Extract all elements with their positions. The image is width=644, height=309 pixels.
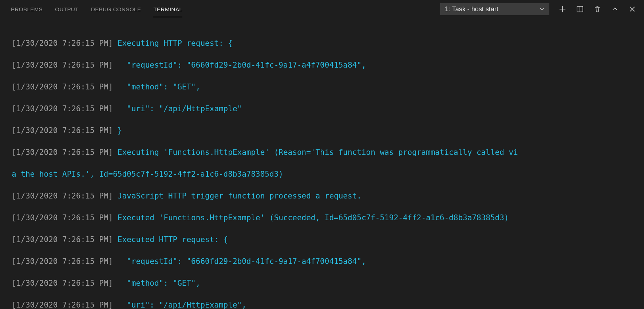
log-line: [1/30/2020 7:26:15 PM] "method": "GET", (12, 81, 632, 92)
log-line: [1/30/2020 7:26:15 PM] "uri": "/api/Http… (12, 103, 632, 114)
tab-debug-console[interactable]: DEBUG CONSOLE (91, 1, 141, 17)
panel-tabs: PROBLEMS OUTPUT DEBUG CONSOLE TERMINAL (11, 1, 440, 17)
close-panel-button[interactable] (628, 5, 637, 13)
log-line: [1/30/2020 7:26:15 PM] Executed HTTP req… (12, 234, 632, 245)
log-line: [1/30/2020 7:26:15 PM] Executing HTTP re… (12, 38, 632, 49)
tab-output[interactable]: OUTPUT (55, 1, 79, 17)
split-terminal-button[interactable] (576, 5, 584, 13)
log-text: a the host APIs.', Id=65d05c7f-5192-4ff2… (12, 170, 283, 178)
kill-terminal-button[interactable] (593, 5, 602, 13)
log-timestamp: [1/30/2020 7:26:15 PM] (12, 192, 113, 200)
terminal-selector-label: 1: Task - host start (445, 5, 498, 13)
log-timestamp: [1/30/2020 7:26:15 PM] (12, 148, 113, 157)
log-line: [1/30/2020 7:26:15 PM] Executing 'Functi… (12, 147, 632, 158)
log-line: [1/30/2020 7:26:15 PM] } (12, 125, 632, 136)
log-timestamp: [1/30/2020 7:26:15 PM] (12, 257, 113, 266)
terminal-output[interactable]: [1/30/2020 7:26:15 PM] Executing HTTP re… (0, 18, 644, 309)
log-timestamp: [1/30/2020 7:26:15 PM] (12, 104, 113, 113)
log-timestamp: [1/30/2020 7:26:15 PM] (12, 83, 113, 91)
log-timestamp: [1/30/2020 7:26:15 PM] (12, 39, 113, 48)
log-text: Executed HTTP request: { (118, 235, 228, 244)
new-terminal-button[interactable] (558, 5, 567, 13)
log-line: [1/30/2020 7:26:15 PM] "uri": "/api/Http… (12, 300, 632, 309)
terminal-selector[interactable]: 1: Task - host start (440, 3, 549, 15)
log-text: JavaScript HTTP trigger function process… (118, 192, 361, 200)
log-timestamp: [1/30/2020 7:26:15 PM] (12, 126, 113, 135)
log-timestamp: [1/30/2020 7:26:15 PM] (12, 61, 113, 69)
log-text: "uri": "/api/HttpExample", (118, 301, 246, 309)
log-line: [1/30/2020 7:26:15 PM] Executed 'Functio… (12, 212, 632, 223)
maximize-panel-button[interactable] (611, 5, 619, 13)
log-line: [1/30/2020 7:26:15 PM] "requestId": "666… (12, 256, 632, 267)
log-line: [1/30/2020 7:26:15 PM] "requestId": "666… (12, 60, 632, 71)
tab-terminal[interactable]: TERMINAL (153, 1, 182, 17)
log-timestamp: [1/30/2020 7:26:15 PM] (12, 213, 113, 222)
log-text: "method": "GET", (118, 83, 201, 91)
tab-problems[interactable]: PROBLEMS (11, 1, 43, 17)
log-text: Executed 'Functions.HttpExample' (Succee… (118, 213, 509, 222)
log-timestamp: [1/30/2020 7:26:15 PM] (12, 301, 113, 309)
log-timestamp: [1/30/2020 7:26:15 PM] (12, 279, 113, 288)
panel-header: PROBLEMS OUTPUT DEBUG CONSOLE TERMINAL 1… (0, 0, 644, 18)
log-text: Executing 'Functions.HttpExample' (Reaso… (118, 148, 518, 157)
panel-actions: 1: Task - host start (440, 3, 637, 15)
log-line: [1/30/2020 7:26:15 PM] JavaScript HTTP t… (12, 190, 632, 201)
log-text: "uri": "/api/HttpExample" (118, 104, 242, 113)
log-text: Executing HTTP request: { (118, 39, 233, 48)
log-line: a the host APIs.', Id=65d05c7f-5192-4ff2… (12, 169, 632, 180)
log-text: } (118, 126, 122, 135)
log-text: "method": "GET", (118, 279, 201, 288)
log-text: "requestId": "6660fd29-2b0d-41fc-9a17-a4… (118, 61, 366, 69)
log-line: [1/30/2020 7:26:15 PM] "method": "GET", (12, 278, 632, 289)
log-text: "requestId": "6660fd29-2b0d-41fc-9a17-a4… (118, 257, 366, 266)
chevron-down-icon (540, 7, 545, 12)
log-timestamp: [1/30/2020 7:26:15 PM] (12, 235, 113, 244)
